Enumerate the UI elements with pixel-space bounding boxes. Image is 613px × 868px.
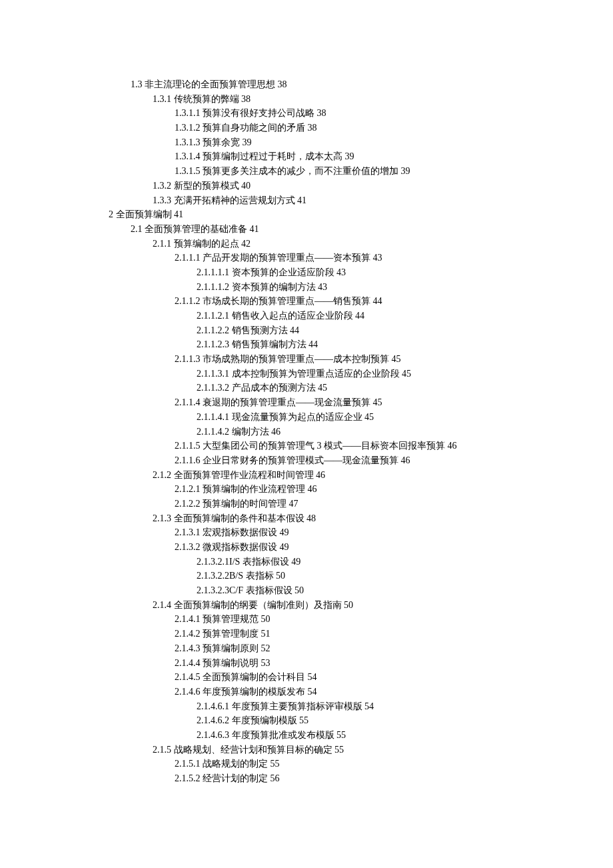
toc-entry: 2.1.2 全面预算管理作业流程和时间管理 46 bbox=[109, 468, 613, 483]
toc-entry: 2.1.4.1 预算管理规范 50 bbox=[109, 612, 613, 627]
toc-entry: 2.1.3.2.3C/F 表指标假设 50 bbox=[109, 583, 613, 598]
toc-entry: 2.1.1.1 产品开发期的预算管理重点——资本预算 43 bbox=[109, 251, 613, 265]
toc-entry: 2.1.1.2.3 销售预算编制方法 44 bbox=[109, 337, 613, 352]
toc-entry: 2.1.2.2 预算编制的时间管理 47 bbox=[109, 497, 613, 511]
toc-entry: 2.1.4 全面预算编制的纲要（编制准则）及指南 50 bbox=[109, 598, 613, 613]
toc-entry: 2.1.4.6.1 年度预算主要预算指标评审模版 54 bbox=[109, 699, 613, 714]
toc-entry: 2.1.4.3 预算编制原则 52 bbox=[109, 641, 613, 656]
toc-entry: 2.1.1.3.2 产品成本的预测方法 45 bbox=[109, 381, 613, 395]
toc-entry: 2.1.4.2 预算管理制度 51 bbox=[109, 627, 613, 641]
toc-entry: 1.3 非主流理论的全面预算管理思想 38 bbox=[109, 77, 613, 92]
toc-entry: 2.1.1.2.1 销售收入起点的适应企业阶段 44 bbox=[109, 309, 613, 323]
toc-entry: 2.1.5 战略规划、经营计划和预算目标的确定 55 bbox=[109, 743, 613, 757]
toc-entry: 2.1.1 预算编制的起点 42 bbox=[109, 237, 613, 251]
toc-entry: 2.1.4.6.3 年度预算批准或发布模版 55 bbox=[109, 728, 613, 743]
toc-entry: 2.1.3.2 微观指标数据假设 49 bbox=[109, 540, 613, 555]
toc-entry: 2.1.3.2.1I/S 表指标假设 49 bbox=[109, 555, 613, 569]
toc-entry: 2.1.1.4 衰退期的预算管理重点——现金流量预算 45 bbox=[109, 395, 613, 410]
toc-entry: 2.1.1.4.1 现金流量预算为起点的适应企业 45 bbox=[109, 410, 613, 425]
toc-entry: 2.1.1.2.2 销售预测方法 44 bbox=[109, 323, 613, 338]
toc-entry: 1.3.1.2 预算自身功能之间的矛盾 38 bbox=[109, 121, 613, 135]
table-of-contents: 1.3 非主流理论的全面预算管理思想 381.3.1 传统预算的弊端 381.3… bbox=[109, 77, 613, 786]
toc-entry: 2.1.1.3.1 成本控制预算为管理重点适应的企业阶段 45 bbox=[109, 367, 613, 381]
toc-entry: 1.3.1.5 预算更多关注成本的减少，而不注重价值的增加 39 bbox=[109, 164, 613, 179]
toc-entry: 2.1.4.6.2 年度预编制模版 55 bbox=[109, 713, 613, 728]
toc-entry: 2.1.4.5 全面预算编制的会计科目 54 bbox=[109, 670, 613, 685]
toc-entry: 2.1.1.1.2 资本预算的编制方法 43 bbox=[109, 280, 613, 295]
toc-entry: 2.1 全面预算管理的基础准备 41 bbox=[109, 222, 613, 237]
toc-entry: 1.3.3 充满开拓精神的运营规划方式 41 bbox=[109, 193, 613, 208]
toc-entry: 2.1.3 全面预算编制的条件和基本假设 48 bbox=[109, 511, 613, 526]
toc-entry: 2.1.5.1 战略规划的制定 55 bbox=[109, 757, 613, 771]
toc-entry: 1.3.2 新型的预算模式 40 bbox=[109, 179, 613, 193]
toc-entry: 2.1.3.1 宏观指标数据假设 49 bbox=[109, 525, 613, 540]
toc-entry: 2.1.3.2.2B/S 表指标 50 bbox=[109, 569, 613, 583]
toc-entry: 2.1.1.1.1 资本预算的企业适应阶段 43 bbox=[109, 265, 613, 280]
toc-entry: 2.1.2.1 预算编制的作业流程管理 46 bbox=[109, 482, 613, 497]
toc-entry: 1.3.1.3 预算余宽 39 bbox=[109, 135, 613, 150]
toc-entry: 1.3.1.4 预算编制过程过于耗时，成本太高 39 bbox=[109, 149, 613, 164]
toc-entry: 2.1.1.3 市场成熟期的预算管理重点——成本控制预算 45 bbox=[109, 352, 613, 367]
toc-entry: 2.1.1.2 市场成长期的预算管理重点——销售预算 44 bbox=[109, 294, 613, 309]
toc-entry: 2 全面预算编制 41 bbox=[109, 207, 613, 222]
toc-entry: 2.1.1.5 大型集团公司的预算管理气 3 模式——目标资本回报率预算 46 bbox=[109, 439, 613, 453]
toc-entry: 2.1.4.4 预算编制说明 53 bbox=[109, 656, 613, 671]
toc-entry: 1.3.1.1 预算没有很好支持公司战略 38 bbox=[109, 106, 613, 121]
toc-entry: 2.1.5.2 经营计划的制定 56 bbox=[109, 771, 613, 786]
toc-entry: 2.1.4.6 年度预算编制的模版发布 54 bbox=[109, 685, 613, 699]
toc-entry: 2.1.1.6 企业日常财务的预算管理模式——现金流量预算 46 bbox=[109, 453, 613, 468]
toc-entry: 1.3.1 传统预算的弊端 38 bbox=[109, 92, 613, 107]
toc-entry: 2.1.1.4.2 编制方法 46 bbox=[109, 425, 613, 439]
